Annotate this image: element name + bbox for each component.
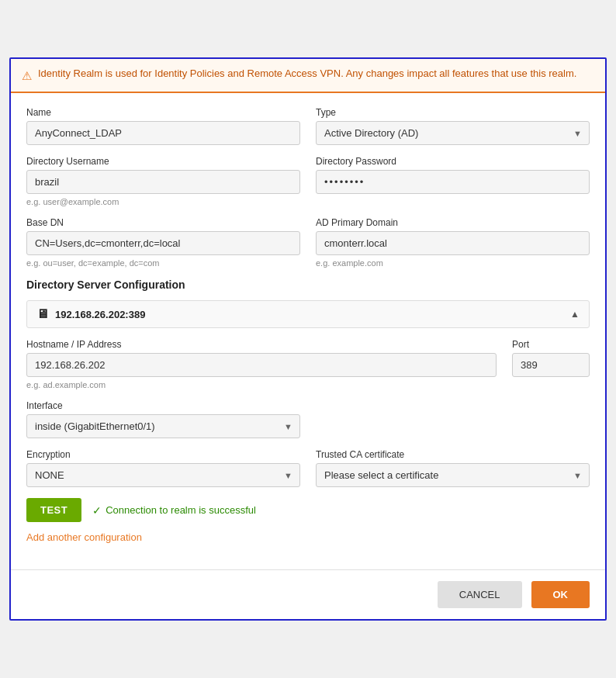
name-group: Name [26,107,300,145]
ad-primary-group: AD Primary Domain e.g. example.com [316,217,590,268]
type-group: Type Active Directory (AD) ▼ [316,107,590,145]
checkmark-icon: ✓ [92,504,102,517]
alert-banner: ⚠ Identity Realm is used for Identity Po… [11,59,605,93]
dir-password-input[interactable] [316,170,590,194]
hostname-hint: e.g. ad.example.com [26,380,497,389]
base-dn-hint: e.g. ou=user, dc=example, dc=com [26,258,300,268]
dir-password-label: Directory Password [316,156,590,167]
encryption-select-wrapper: NONE ▼ [26,463,300,487]
interface-select-wrapper: inside (GigabitEthernet0/1) ▼ [26,414,300,438]
base-dn-input[interactable] [26,231,300,255]
trusted-ca-label: Trusted CA certificate [316,449,590,460]
modal-dialog: ⚠ Identity Realm is used for Identity Po… [9,57,607,621]
ad-primary-hint: e.g. example.com [316,258,590,268]
form-body: Name Type Active Directory (AD) ▼ Direct… [11,93,605,569]
trusted-ca-select-wrapper: Please select a certificate ▼ [316,463,590,487]
hostname-group: Hostname / IP Address e.g. ad.example.co… [26,339,497,389]
test-row: TEST ✓ Connection to realm is successful [26,498,590,522]
trusted-ca-select[interactable]: Please select a certificate [316,463,590,487]
modal-footer: CANCEL OK [11,569,605,619]
dir-username-password-row: Directory Username e.g. user@example.com… [26,156,590,206]
interface-select[interactable]: inside (GigabitEthernet0/1) [26,414,300,438]
success-message: ✓ Connection to realm is successful [92,504,256,517]
hostname-input[interactable] [26,353,497,377]
interface-group: Interface inside (GigabitEthernet0/1) ▼ [26,400,300,438]
type-label: Type [316,107,590,118]
trusted-ca-group: Trusted CA certificate Please select a c… [316,449,590,487]
type-select[interactable]: Active Directory (AD) [316,121,590,145]
ad-primary-label: AD Primary Domain [316,217,590,228]
name-label: Name [26,107,300,118]
server-icon: 🖥 [36,307,49,321]
type-select-wrapper: Active Directory (AD) ▼ [316,121,590,145]
server-label: 192.168.26.202:389 [55,309,145,320]
base-dn-group: Base DN e.g. ou=user, dc=example, dc=com [26,217,300,268]
base-dn-label: Base DN [26,217,300,228]
cancel-button[interactable]: CANCEL [438,581,522,608]
encryption-ca-row: Encryption NONE ▼ Trusted CA certificate… [26,449,590,487]
success-text: Connection to realm is successful [106,504,256,516]
dir-username-hint: e.g. user@example.com [26,197,300,206]
server-config-left: 🖥 192.168.26.202:389 [36,307,145,321]
alert-message: Identity Realm is used for Identity Poli… [38,67,576,81]
dir-username-input[interactable] [26,170,300,194]
name-type-row: Name Type Active Directory (AD) ▼ [26,107,590,145]
dir-username-label: Directory Username [26,156,300,167]
encryption-group: Encryption NONE ▼ [26,449,300,487]
section-title: Directory Server Configuration [26,278,590,291]
encryption-label: Encryption [26,449,300,460]
interface-row: Interface inside (GigabitEthernet0/1) ▼ [26,400,590,438]
ok-button[interactable]: OK [531,581,590,608]
name-input[interactable] [26,121,300,145]
interface-label: Interface [26,400,300,411]
encryption-select[interactable]: NONE [26,463,300,487]
dir-username-group: Directory Username e.g. user@example.com [26,156,300,206]
add-config-link[interactable]: Add another configuration [26,531,142,543]
base-dn-ad-row: Base DN e.g. ou=user, dc=example, dc=com… [26,217,590,268]
port-label: Port [512,339,590,350]
port-group: Port [512,339,590,389]
test-button[interactable]: TEST [26,498,81,522]
spacer-group [316,400,590,438]
port-input[interactable] [512,353,590,377]
warning-icon: ⚠ [22,67,32,84]
dir-password-group: Directory Password [316,156,590,206]
ad-primary-input[interactable] [316,231,590,255]
server-config-header[interactable]: 🖥 192.168.26.202:389 ▲ [26,300,590,328]
hostname-port-row: Hostname / IP Address e.g. ad.example.co… [26,339,590,389]
collapse-icon: ▲ [570,309,580,320]
hostname-label: Hostname / IP Address [26,339,497,350]
